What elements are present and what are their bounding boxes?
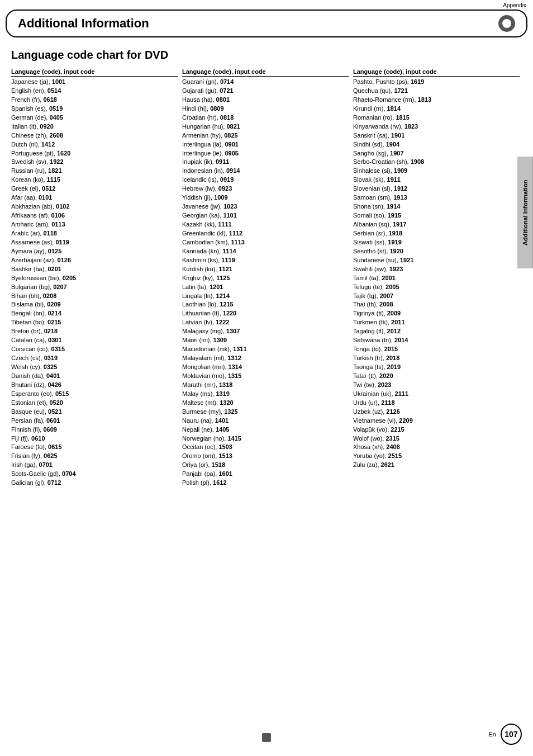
list-item: French (fr), 0618 <box>11 96 178 105</box>
list-item: Interlingua (ia), 0901 <box>182 140 349 149</box>
list-item: Cambodian (km), 1113 <box>182 238 349 247</box>
appendix-label: Appendix <box>503 2 526 8</box>
list-item: Marathi (mr), 1318 <box>182 381 349 390</box>
list-item: Thai (th), 2008 <box>353 300 520 309</box>
list-item: Malayalam (ml), 1312 <box>182 354 349 363</box>
list-item: Shona (sn), 1914 <box>353 202 520 211</box>
sidebar-label: Additional Information <box>517 157 533 268</box>
top-bar: Appendix <box>0 0 533 8</box>
list-item: Swahili (sw), 1923 <box>353 265 520 274</box>
list-item: German (de), 0405 <box>11 114 178 122</box>
list-item: Turkish (tr), 2018 <box>353 354 520 363</box>
list-item: Bashkir (ba), 0201 <box>11 265 178 274</box>
list-item: Slovak (sk), 1911 <box>353 176 520 185</box>
list-item: Lithuanian (lt), 1220 <box>182 309 349 318</box>
list-item: Chinese (zh), 2608 <box>11 131 178 140</box>
list-item: Rhaeto-Romance (rm), 1813 <box>353 96 520 105</box>
list-item: Tagalog (tl), 2012 <box>353 327 520 336</box>
list-item: Faroese (fo), 0615 <box>11 443 178 452</box>
list-item: Hebrew (iw), 0923 <box>182 185 349 193</box>
list-item: Arabic (ar), 0118 <box>11 229 178 238</box>
list-item: Norwegian (no), 1415 <box>182 434 349 443</box>
list-item: Telugu (te), 2005 <box>353 283 520 292</box>
list-item: Danish (da), 0401 <box>11 372 178 381</box>
list-item: Yiddish (ji), 1009 <box>182 193 349 202</box>
list-item: Icelandic (is), 0919 <box>182 176 349 185</box>
list-item: Pashto, Pushto (ps), 1619 <box>353 78 520 87</box>
footer-lang: En <box>489 731 496 738</box>
list-item: Amharic (am), 0113 <box>11 220 178 229</box>
list-item: Latin (la), 1201 <box>182 283 349 292</box>
list-item: Byelorussian (be), 0205 <box>11 274 178 283</box>
list-item: Uzbek (uz), 2126 <box>353 408 520 417</box>
list-item: Inupiak (ik), 0911 <box>182 158 349 167</box>
list-item: Italian (it), 0920 <box>11 122 178 131</box>
list-item: Siswati (ss), 1919 <box>353 238 520 247</box>
list-item: Estonian (et), 0520 <box>11 399 178 408</box>
list-item: Setswana (tn), 2014 <box>353 336 520 345</box>
list-item: Hungarian (hu), 0821 <box>182 122 349 131</box>
list-item: Malay (ms), 1319 <box>182 390 349 399</box>
column-header-1: Language (code), input code <box>11 68 178 77</box>
list-item: Albanian (sq), 1917 <box>353 220 520 229</box>
list-item: Frisian (fy), 0625 <box>11 452 178 461</box>
list-item: Greenlandic (kl), 1112 <box>182 229 349 238</box>
list-item: Aymara (ay), 0125 <box>11 247 178 256</box>
list-item: Persian (fa), 0601 <box>11 417 178 426</box>
list-item: Latvian (lv), 1222 <box>182 318 349 327</box>
language-table: Language (code), input codeJapanese (ja)… <box>11 68 522 488</box>
list-item: Vietnamese (vi), 2209 <box>353 417 520 426</box>
list-item: Tonga (to), 2015 <box>353 345 520 354</box>
list-item: Laothian (lo), 1215 <box>182 300 349 309</box>
title-section: Additional Information <box>6 10 527 37</box>
list-item: Romanian (ro), 1815 <box>353 114 520 122</box>
bottom-icon <box>262 733 271 742</box>
list-item: Kirghiz (ky), 1125 <box>182 274 349 283</box>
list-item: Tibetan (bo), 0215 <box>11 318 178 327</box>
list-item: Burmese (my), 1325 <box>182 408 349 417</box>
list-item: Hausa (ha), 0801 <box>182 96 349 105</box>
list-item: Slovenian (sl), 1912 <box>353 185 520 193</box>
list-item: Abkhazian (ab), 0102 <box>11 202 178 211</box>
list-item: Ukrainian (uk), 2111 <box>353 390 520 399</box>
list-item: Basque (eu), 0521 <box>11 408 178 417</box>
list-item: Xhosa (xh), 2408 <box>353 443 520 452</box>
list-item: Tamil (ta), 2001 <box>353 274 520 283</box>
list-item: Tajik (tg), 2007 <box>353 292 520 301</box>
list-item: Finnish (fi), 0609 <box>11 426 178 434</box>
list-item: Serbian (sr), 1918 <box>353 229 520 238</box>
list-item: Maori (mi), 1309 <box>182 336 349 345</box>
list-item: Sesotho (st), 1920 <box>353 247 520 256</box>
list-item: Tatar (tt), 2020 <box>353 372 520 381</box>
list-item: Bengali (bn), 0214 <box>11 309 178 318</box>
list-item: Indonesian (in), 0914 <box>182 167 349 176</box>
list-item: Russian (ru), 1821 <box>11 167 178 176</box>
list-item: Volapük (vo), 2215 <box>353 426 520 434</box>
list-item: Malagasy (mg), 1307 <box>182 327 349 336</box>
list-item: Assamese (as), 0119 <box>11 238 178 247</box>
list-item: Fiji (fj), 0610 <box>11 434 178 443</box>
list-item: Azerbaijani (az), 0126 <box>11 256 178 265</box>
list-item: Kurdish (ku), 1121 <box>182 265 349 274</box>
list-item: Tsonga (ts), 2019 <box>353 363 520 372</box>
list-item: Kinyarwanda (rw), 1823 <box>353 122 520 131</box>
list-item: Somali (so), 1915 <box>353 211 520 220</box>
list-item: Swedish (sv), 1922 <box>11 158 178 167</box>
list-item: Nauru (na), 1401 <box>182 417 349 426</box>
list-item: Lingala (ln), 1214 <box>182 292 349 301</box>
column-header-2: Language (code), input code <box>182 68 349 77</box>
list-item: Afar (aa), 0101 <box>11 193 178 202</box>
list-item: Korean (ko), 1115 <box>11 176 178 185</box>
list-item: Oromo (om), 1513 <box>182 452 349 461</box>
list-item: Portuguese (pt), 1620 <box>11 149 178 158</box>
language-column-2: Language (code), input codeGuarani (gn),… <box>180 68 351 488</box>
list-item: Bihari (bh), 0208 <box>11 292 178 301</box>
list-item: Hindi (hi), 0809 <box>182 105 349 114</box>
list-item: Urdu (ur), 2118 <box>353 399 520 408</box>
list-item: Armenian (hy), 0825 <box>182 131 349 140</box>
column-header-3: Language (code), input code <box>353 68 520 77</box>
language-column-3: Language (code), input codePashto, Pusht… <box>351 68 522 488</box>
list-item: Catalan (ca), 0301 <box>11 336 178 345</box>
list-item: Samoan (sm), 1913 <box>353 193 520 202</box>
footer-page-number: 107 <box>501 724 522 745</box>
